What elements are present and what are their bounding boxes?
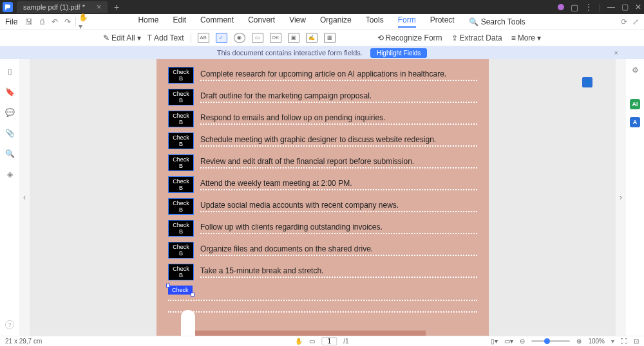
hand-tool-icon[interactable]: ✋ [295,338,303,345]
dropdown-field-icon[interactable]: ▭ [252,33,263,43]
task-text: Follow up with clients regarding outstan… [200,223,477,234]
page-dimensions: 21 x 29,7 cm [5,338,42,345]
search-panel-icon[interactable]: 🔍 [5,149,14,158]
checkbox-field[interactable]: Check B [168,264,194,280]
undo-icon[interactable]: ↶ [50,17,60,27]
page-number-input[interactable] [321,337,337,345]
expand-icon[interactable]: ⤢ [632,17,639,26]
document-area[interactable]: Check BComplete research for upcoming ar… [30,59,616,336]
menu-form[interactable]: Form [398,15,416,28]
comments-icon[interactable]: 💬 [5,108,14,117]
titlebar: sample pdf (1).pdf * × + ▢ ⋮ | — ▢ ✕ [0,0,644,14]
zoom-in-icon[interactable]: ⊕ [576,338,582,345]
empty-line [168,295,477,301]
statusbar: 21 x 29,7 cm ✋ ▭ /1 ▯▾ ▭▾ ⊖ ⊕ 100%▾ ⛶ ⊡ [0,336,644,346]
tab-close-icon[interactable]: × [97,3,101,12]
task-row: Check BRespond to emails and follow up o… [168,111,477,127]
maximize-icon[interactable]: ▢ [621,3,629,12]
task-text: Draft outline for the marketing campaign… [200,91,477,103]
fit-page-icon[interactable]: ⛶ [621,338,627,345]
select-tool-icon[interactable]: ▭ [309,338,315,345]
bookmarks-icon[interactable]: 🔖 [5,87,14,96]
checkbox-field[interactable]: Check B [168,67,194,84]
workspace: ▯ 🔖 💬 📎 🔍 ◈ ? ‹ Check BComplete research… [0,59,644,336]
edit-all-button[interactable]: ✎ Edit All ▾ [103,33,141,42]
layers-icon[interactable]: ◈ [5,170,14,179]
user-avatar-dot[interactable] [558,4,564,10]
zoom-level[interactable]: 100% [588,338,605,345]
app-badge-icon[interactable]: A [630,117,640,127]
zoom-slider[interactable] [531,340,570,342]
checkbox-field[interactable]: Check B [168,111,194,127]
menu-convert[interactable]: Convert [248,15,275,28]
ai-badge-icon[interactable]: AI [630,99,640,109]
save-icon[interactable]: 🖫 [24,17,34,27]
menu-protect[interactable]: Protect [430,15,455,28]
checkbox-field[interactable]: Check B [168,220,194,237]
task-text: Review and edit draft of the financial r… [200,157,477,168]
checkbox-field[interactable]: Check B [168,198,194,215]
add-text-button[interactable]: T Add Text [147,33,184,42]
prev-page-chevron[interactable]: ‹ [19,59,30,336]
checkbox-field-icon[interactable]: ✓ [216,33,227,43]
task-text: Organize files and documents on the shar… [200,244,477,256]
next-page-chevron[interactable]: › [616,59,626,336]
settings-sync-icon[interactable]: ⟳ [621,17,627,26]
attachments-icon[interactable]: 📎 [5,129,14,138]
task-row: Check BSchedule meeting with graphic des… [168,132,477,149]
task-row: Check BReview and edit draft of the fina… [168,154,477,171]
checkbox-field[interactable]: Check B [168,242,194,259]
text-field-icon[interactable]: AB [198,33,209,43]
search-icon: 🔍 [469,17,478,26]
app-icon [3,2,13,12]
close-infobar-icon[interactable]: × [614,49,618,57]
help-icon[interactable]: ? [5,320,14,329]
new-tab-button[interactable]: + [114,2,119,12]
print-icon[interactable]: ⎙ [37,17,47,27]
zoom-out-icon[interactable]: ⊖ [520,338,525,345]
search-tools[interactable]: 🔍 Search Tools [469,15,526,28]
button-field-icon[interactable]: OK [270,33,281,43]
extract-data-button[interactable]: ⇪ Extract Data [451,33,502,42]
signature-field-icon[interactable]: ✍ [306,33,317,43]
menu-edit[interactable]: Edit [173,15,186,28]
menu-file[interactable]: File [5,17,17,26]
checkbox-field[interactable]: Check B [168,132,194,149]
checkbox-field[interactable]: Check B [168,176,194,193]
checkbox-field[interactable]: Check B [168,89,194,105]
recognize-form-button[interactable]: ⟲ Recognize Form [377,33,442,42]
info-bar: This document contains interactive form … [0,46,644,59]
panel-icon[interactable]: ▢ [571,3,578,12]
menu-tools[interactable]: Tools [366,15,384,28]
more-button[interactable]: ≡ More ▾ [511,33,541,42]
fullscreen-icon[interactable]: ⊡ [634,338,639,345]
date-field-icon[interactable]: ▦ [324,33,336,43]
info-message: This document contains interactive form … [217,49,363,57]
hand-dropdown-icon[interactable]: ✋▾ [79,17,89,27]
highlight-fields-button[interactable]: Highlight Fields [370,48,427,58]
task-row: Check BUpdate social media accounts with… [168,198,477,215]
minimize-icon[interactable]: — [607,3,615,12]
menu-view[interactable]: View [289,15,306,28]
close-window-icon[interactable]: ✕ [635,3,641,12]
view-mode-icon[interactable]: ▯▾ [491,338,498,345]
selected-checkbox-field[interactable]: Check [168,286,193,295]
task-text: Respond to emails and follow up on pendi… [200,113,477,125]
collaborator-avatar[interactable]: 👤 [582,77,592,87]
main-menu: Home Edit Comment Convert View Organize … [138,15,525,28]
checkbox-field[interactable]: Check B [168,154,194,171]
redo-icon[interactable]: ↷ [62,17,73,27]
form-toolbar: ✎ Edit All ▾ T Add Text AB ✓ ◉ ▭ OK ▣ ✍ … [0,30,644,46]
menu-comment[interactable]: Comment [200,15,234,28]
document-tab[interactable]: sample pdf (1).pdf * × [17,1,108,13]
reading-mode-icon[interactable]: ▭▾ [504,338,513,345]
menu-organize[interactable]: Organize [320,15,352,28]
properties-icon[interactable]: ⚙ [632,66,639,75]
menu-icon[interactable]: ⋮ [585,3,592,12]
right-rail: ⚙ AI A [626,59,644,336]
thumbnails-icon[interactable]: ▯ [5,67,14,76]
empty-line [168,306,477,313]
image-field-icon[interactable]: ▣ [288,33,299,43]
radio-field-icon[interactable]: ◉ [234,33,245,43]
menu-home[interactable]: Home [138,15,158,28]
